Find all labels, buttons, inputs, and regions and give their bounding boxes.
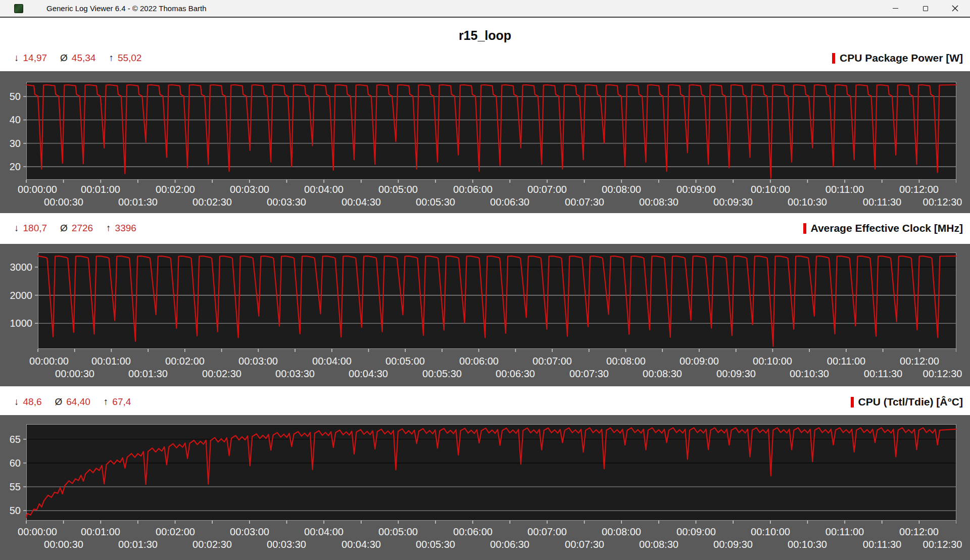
maximize-icon: [923, 6, 928, 11]
chart-title-power: CPU Package Power [W]: [832, 52, 963, 64]
time-axis-label: 00:05:00: [370, 183, 426, 196]
y-axis-tick-label: 60: [0, 456, 21, 470]
time-axis-label: 00:04:00: [296, 183, 352, 196]
time-axis-label: 00:06:30: [482, 538, 538, 551]
app-icon: [14, 4, 23, 13]
time-axis-label: 00:12:30: [915, 538, 970, 551]
time-axis-label: 00:09:30: [705, 538, 761, 551]
time-axis-label: 00:08:30: [631, 196, 687, 209]
time-axis-label: 00:05:30: [408, 196, 463, 209]
y-axis-tick-label: 1000: [0, 317, 32, 330]
chart-panel-power[interactable]: 5040302000:00:0000:01:0000:02:0000:03:00…: [0, 71, 970, 213]
time-axis-label: 00:10:00: [743, 526, 798, 538]
chart-panel-clock[interactable]: 30002000100000:00:0000:01:0000:02:0000:0…: [0, 244, 970, 386]
time-axis-label: 00:09:00: [668, 526, 724, 538]
time-axis-label: 00:00:00: [10, 183, 65, 196]
time-axis-label: 00:09:30: [705, 196, 761, 209]
maximize-button[interactable]: [910, 0, 940, 17]
time-axis-label: 00:07:00: [519, 183, 575, 196]
time-axis-label: 00:04:30: [333, 196, 389, 209]
time-axis-label: 00:07:30: [557, 538, 612, 551]
chart-plot-area[interactable]: [35, 252, 956, 353]
time-axis-label: 00:06:00: [445, 526, 501, 538]
max-arrow-icon: ↑: [106, 223, 111, 234]
max-value: 3396: [115, 223, 136, 234]
time-axis-label: 00:12:00: [891, 526, 947, 538]
time-axis-label: 00:03:00: [222, 183, 277, 196]
app-window: Generic Log Viewer 6.4 - © 2022 Thomas B…: [0, 0, 970, 560]
chart-title-label: Average Effective Clock [MHz]: [811, 222, 963, 234]
stats-values: ↓180,7 Ø2726 ↑3396: [14, 223, 136, 234]
page-title: r15_loop: [0, 26, 970, 45]
window-title: Generic Log Viewer 6.4 - © 2022 Thomas B…: [46, 4, 207, 13]
max-arrow-icon: ↑: [109, 53, 114, 64]
time-axis-label: 00:08:00: [598, 355, 654, 368]
time-axis-label: 00:02:00: [148, 183, 203, 196]
time-axis-label: 00:04:00: [304, 355, 360, 368]
time-axis-label: 00:03:30: [267, 368, 323, 380]
time-axis-label: 00:02:30: [184, 196, 240, 209]
stats-row-power: ↓14,97 Ø45,34 ↑55,02 CPU Package Power […: [0, 49, 970, 67]
time-axis-label: 00:02:00: [148, 526, 203, 538]
time-axis-label: 00:02:30: [194, 368, 250, 380]
y-axis-tick-label: 50: [0, 90, 21, 103]
y-axis-tick-label: 30: [0, 137, 21, 150]
time-axis-label: 00:00:30: [47, 368, 103, 380]
min-arrow-icon: ↓: [14, 53, 19, 64]
series-color-bar-icon: [803, 223, 806, 234]
minimize-icon: [893, 8, 898, 9]
time-axis-label: 00:01:00: [73, 526, 128, 538]
y-axis-tick-label: 40: [0, 113, 21, 126]
time-axis-label: 00:11:30: [855, 368, 911, 380]
chart-plot-area[interactable]: [23, 424, 956, 525]
time-axis-label: 00:02:30: [184, 538, 240, 551]
y-axis-tick-label: 3000: [0, 261, 32, 274]
chart-panel-temp[interactable]: 6560555000:00:0000:01:0000:02:0000:03:00…: [0, 415, 970, 560]
min-value: 180,7: [23, 223, 47, 234]
time-axis-label: 00:08:30: [635, 368, 690, 380]
time-axis-label: 00:05:30: [408, 538, 463, 551]
close-icon: [952, 5, 958, 12]
time-axis-label: 00:07:00: [519, 526, 575, 538]
chart-title-label: CPU (Tctl/Tdie) [Â°C]: [858, 396, 963, 408]
time-axis-label: 00:08:00: [594, 183, 649, 196]
time-axis-label: 00:03:30: [259, 538, 314, 551]
y-axis-tick-label: 55: [0, 480, 21, 493]
time-axis-label: 00:04:30: [341, 368, 396, 380]
time-axis-label: 00:11:30: [854, 196, 910, 209]
time-axis-label: 00:01:30: [110, 538, 166, 551]
close-button[interactable]: [940, 0, 970, 17]
minimize-button[interactable]: [881, 0, 910, 17]
time-axis-label: 00:11:00: [817, 526, 872, 538]
time-axis-label: 00:07:30: [557, 196, 612, 209]
time-axis-label: 00:03:30: [259, 196, 314, 209]
chart-title-temp: CPU (Tctl/Tdie) [Â°C]: [851, 396, 963, 408]
time-axis-label: 00:06:00: [445, 183, 501, 196]
series-color-bar-icon: [851, 397, 854, 408]
max-value: 67,4: [112, 396, 131, 408]
stats-values: ↓14,97 Ø45,34 ↑55,02: [14, 53, 141, 64]
time-axis-label: 00:08:00: [594, 526, 649, 538]
time-axis-label: 00:00:00: [21, 355, 77, 368]
stats-values: ↓48,6 Ø64,40 ↑67,4: [14, 396, 131, 408]
time-axis-label: 00:04:00: [296, 526, 352, 538]
titlebar[interactable]: Generic Log Viewer 6.4 - © 2022 Thomas B…: [0, 0, 970, 17]
max-value: 55,02: [118, 53, 142, 64]
avg-icon: Ø: [60, 53, 68, 64]
time-axis-label: 00:01:00: [73, 183, 128, 196]
min-value: 14,97: [23, 53, 47, 64]
time-axis-label: 00:12:30: [915, 368, 970, 380]
time-axis-label: 00:00:30: [36, 196, 91, 209]
time-axis-label: 00:10:00: [743, 183, 798, 196]
time-axis-label: 00:06:00: [451, 355, 507, 368]
time-axis-label: 00:05:00: [377, 355, 433, 368]
time-axis-label: 00:07:30: [561, 368, 617, 380]
time-axis-label: 00:02:00: [157, 355, 213, 368]
min-value: 48,6: [23, 396, 42, 408]
chart-plot-area[interactable]: [23, 82, 956, 184]
time-axis-label: 00:09:00: [668, 183, 724, 196]
time-axis-label: 00:05:00: [370, 526, 426, 538]
avg-icon: Ø: [60, 223, 68, 234]
max-arrow-icon: ↑: [104, 396, 109, 408]
time-axis-label: 00:12:00: [892, 355, 947, 368]
